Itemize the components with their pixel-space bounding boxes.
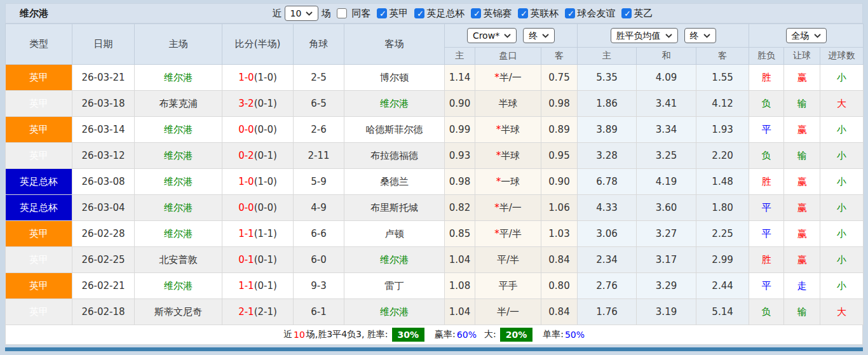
home-team[interactable]: 维尔港	[135, 195, 222, 221]
goals-result-cell: 小	[820, 273, 864, 299]
league-badge: 英甲	[6, 299, 72, 325]
home-team[interactable]: 维尔港	[135, 65, 222, 91]
avg-header-group: 胜平负均值 终	[578, 24, 749, 48]
away-team[interactable]: 卢顿	[344, 221, 445, 247]
avg-away-odds: 5.14	[696, 299, 749, 325]
away-team[interactable]: 维尔港	[344, 247, 445, 273]
handicap-home-odds: 0.90	[445, 91, 475, 117]
home-team[interactable]: 维尔港	[135, 221, 222, 247]
handicap-line: *半球	[475, 143, 541, 169]
home-team[interactable]: 斯蒂文尼奇	[135, 299, 222, 325]
league-checkbox[interactable]	[414, 8, 424, 18]
avg-away-odds: 4.12	[696, 91, 749, 117]
same-away-checkbox[interactable]	[337, 8, 347, 18]
table-row: 英甲 26-03-18 布莱克浦 3-2(0-1) 6-5 维尔港 0.90 半…	[6, 91, 864, 117]
odds-company-select[interactable]: Crow*	[467, 28, 517, 43]
result-cell: 胜	[749, 169, 784, 195]
avg-type-select[interactable]: 胜平负均值	[611, 28, 678, 43]
result-cell: 负	[749, 91, 784, 117]
subcol-handicap-away: 客	[541, 48, 578, 65]
avg-home-odds: 4.33	[578, 195, 637, 221]
league-badge: 英甲	[6, 273, 72, 299]
chevron-down-icon	[542, 34, 549, 38]
league-checkbox[interactable]	[377, 8, 387, 18]
table-row: 英甲 26-03-14 维尔港 0-0(0-0) 2-6 哈德斯菲尔德 0.99…	[6, 117, 864, 143]
same-away-label: 同客	[351, 8, 370, 20]
away-team[interactable]: 布拉德福德	[344, 143, 445, 169]
handicap-away-odds: 0.84	[541, 299, 578, 325]
match-date: 26-03-18	[72, 91, 135, 117]
odds-time-select[interactable]: 终	[523, 28, 555, 43]
league-filter-item: 球会友谊	[561, 8, 615, 20]
home-team[interactable]: 维尔港	[135, 117, 222, 143]
league-badge: 英甲	[6, 221, 72, 247]
league-checkbox[interactable]	[471, 8, 481, 18]
home-team[interactable]: 布莱克浦	[135, 91, 222, 117]
avg-home-odds: 3.28	[578, 143, 637, 169]
home-team[interactable]: 北安普敦	[135, 247, 222, 273]
handicap-result-cell: 赢	[784, 195, 820, 221]
away-team[interactable]: 布里斯托城	[344, 195, 445, 221]
chevron-down-icon	[703, 34, 710, 38]
handicap-home-odds: 1.04	[445, 247, 475, 273]
match-date: 26-03-12	[72, 143, 135, 169]
avg-draw-odds: 3.29	[637, 273, 696, 299]
subcol-avg-home: 主	[578, 48, 637, 65]
result-cell: 胜	[749, 65, 784, 91]
corner-score: 2-5	[294, 65, 344, 91]
chevron-down-icon	[814, 34, 821, 38]
handicap-away-odds: 0.95	[541, 143, 578, 169]
goals-result-cell: 大	[820, 299, 864, 325]
score-cell: 0-1(0-1)	[222, 247, 294, 273]
col-header-date: 日期	[72, 24, 135, 65]
corner-score: 2-6	[294, 117, 344, 143]
scope-select[interactable]: 全场	[786, 28, 827, 43]
away-team[interactable]: 维尔港	[344, 91, 445, 117]
handicap-line: 半/一	[475, 299, 541, 325]
league-label: 英联杯	[530, 8, 559, 20]
away-team[interactable]: 桑德兰	[344, 169, 445, 195]
handicap-away-odds: 0.84	[541, 247, 578, 273]
result-cell: 负	[749, 143, 784, 169]
recent-count-select[interactable]: 10	[285, 6, 319, 21]
score-cell: 1-0(1-0)	[222, 65, 294, 91]
recent-label: 近	[273, 8, 282, 20]
avg-draw-odds: 3.60	[637, 195, 696, 221]
page: 维尔港 近 10 场 同客 英甲 英足总杯 英锦赛	[5, 3, 863, 351]
avg-away-odds: 1.48	[696, 169, 749, 195]
league-checkbox[interactable]	[565, 8, 575, 18]
avg-home-odds: 6.78	[578, 169, 637, 195]
away-team[interactable]: 维尔港	[344, 299, 445, 325]
col-header-corner: 角球	[294, 24, 344, 65]
single-rate-value: 50%	[565, 330, 585, 340]
score-cell: 0-2(0-1)	[222, 143, 294, 169]
handicap-result-cell: 赢	[784, 117, 820, 143]
corner-score: 6-5	[294, 91, 344, 117]
table-row: 英甲 26-02-25 北安普敦 0-1(0-1) 6-0 维尔港 1.04 平…	[6, 247, 864, 273]
handicap-away-odds: 0.75	[541, 65, 578, 91]
handicap-header-group: Crow* 终	[445, 24, 578, 48]
home-team[interactable]: 维尔港	[135, 273, 222, 299]
home-team[interactable]: 维尔港	[135, 143, 222, 169]
away-team[interactable]: 雷丁	[344, 273, 445, 299]
result-cell: 平	[749, 117, 784, 143]
away-team[interactable]: 哈德斯菲尔德	[344, 117, 445, 143]
summary-bar: 近10场,胜3平4负3, 胜率: 30% 赢率:60% 大: 20% 单率:50…	[5, 325, 863, 345]
goals-result-cell: 小	[820, 247, 864, 273]
title-bar: 维尔港 近 10 场 同客 英甲 英足总杯 英锦赛	[5, 3, 863, 23]
league-label: 英足总杯	[426, 8, 465, 20]
league-filter-item: 英乙	[618, 8, 653, 20]
avg-draw-odds: 3.27	[637, 221, 696, 247]
handicap-home-odds: 1.04	[445, 299, 475, 325]
league-badge: 英甲	[6, 117, 72, 143]
league-checkbox[interactable]	[518, 8, 528, 18]
home-team[interactable]: 维尔港	[135, 169, 222, 195]
score-cell: 3-2(0-1)	[222, 91, 294, 117]
subcol-handicap-line: 盘口	[475, 48, 541, 65]
avg-time-select[interactable]: 终	[684, 28, 716, 43]
match-date: 26-02-28	[72, 221, 135, 247]
away-team[interactable]: 博尔顿	[344, 65, 445, 91]
score-cell: 1-1(0-1)	[222, 273, 294, 299]
league-checkbox[interactable]	[621, 8, 632, 18]
avg-draw-odds: 3.25	[637, 143, 696, 169]
